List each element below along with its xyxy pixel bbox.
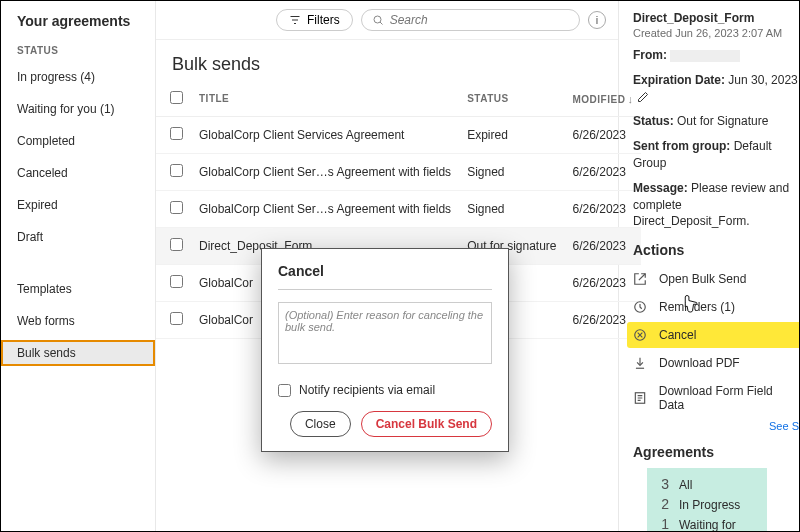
agreement-label: In Progress [679, 498, 740, 512]
row-checkbox[interactable] [170, 127, 183, 140]
action-download-pdf[interactable]: Download PDF [627, 350, 799, 376]
sidebar-filter-2[interactable]: Completed [1, 128, 155, 154]
agreement-summary-row[interactable]: 2In Progress [655, 494, 759, 514]
sidebar-filter-4[interactable]: Expired [1, 192, 155, 218]
agreement-summary-row[interactable]: 1Waiting for You [655, 514, 759, 531]
download-form-data-icon [633, 391, 649, 405]
agreement-label: Waiting for You [679, 518, 759, 531]
table-row[interactable]: GlobalCorp Client Ser…s Agreement with f… [156, 191, 641, 228]
agreement-count: 1 [655, 516, 669, 531]
info-icon[interactable]: i [588, 11, 606, 29]
agreement-label: All [679, 478, 692, 492]
see-more-link[interactable]: See S [633, 420, 799, 432]
notify-checkbox[interactable] [278, 384, 291, 397]
edit-expiration-icon[interactable] [637, 91, 649, 103]
row-checkbox[interactable] [170, 275, 183, 288]
sidebar-view-templates[interactable]: Templates [1, 276, 155, 302]
dialog-title: Cancel [278, 263, 492, 279]
row-title: GlobalCorp Client Ser…s Agreement with f… [191, 191, 459, 228]
action-label: Reminders (1) [659, 300, 735, 314]
row-checkbox[interactable] [170, 164, 183, 177]
sidebar: Your agreements STATUS In progress (4)Wa… [1, 1, 156, 531]
close-button[interactable]: Close [290, 411, 351, 437]
panel-status: Status: Out for Signature [633, 113, 799, 130]
actions-heading: Actions [633, 242, 799, 258]
action-label: Download PDF [659, 356, 740, 370]
action-open-bulk-send[interactable]: Open Bulk Send [627, 266, 799, 292]
panel-created: Created Jun 26, 2023 2:07 AM [633, 27, 799, 39]
filters-button[interactable]: Filters [276, 9, 353, 31]
download-pdf-icon [633, 356, 649, 370]
topbar: Filters i [156, 1, 618, 40]
panel-message: Message: Please review and complete Dire… [633, 180, 799, 230]
content-heading: Bulk sends [156, 40, 618, 81]
sidebar-filter-0[interactable]: In progress (4) [1, 64, 155, 90]
row-title: GlobalCorp Client Ser…s Agreement with f… [191, 154, 459, 191]
sidebar-view-web-forms[interactable]: Web forms [1, 308, 155, 334]
action-label: Cancel [659, 328, 696, 342]
select-all-checkbox[interactable] [170, 91, 183, 104]
row-title: GlobalCorp Client Services Agreement [191, 117, 459, 154]
action-download-form-data[interactable]: Download Form Field Data [627, 378, 799, 418]
row-checkbox[interactable] [170, 312, 183, 325]
agreements-heading: Agreements [633, 444, 799, 460]
filter-icon [289, 14, 301, 26]
filters-label: Filters [307, 13, 340, 27]
search-input[interactable] [390, 13, 569, 27]
cancel-icon [633, 328, 649, 342]
page-title: Your agreements [1, 13, 155, 39]
table-row[interactable]: GlobalCorp Client Ser…s Agreement with f… [156, 154, 641, 191]
panel-group: Sent from group: Default Group [633, 138, 799, 172]
row-status: Signed [459, 154, 564, 191]
col-status[interactable]: STATUS [459, 81, 564, 117]
row-checkbox[interactable] [170, 238, 183, 251]
from-redacted [670, 50, 740, 62]
agreements-summary: 3All2In Progress1Waiting for You [647, 468, 767, 531]
action-label: Download Form Field Data [659, 384, 799, 412]
open-bulk-send-icon [633, 272, 649, 286]
agreement-summary-row[interactable]: 3All [655, 474, 759, 494]
row-status: Expired [459, 117, 564, 154]
sidebar-filter-5[interactable]: Draft [1, 224, 155, 250]
sidebar-view-bulk-sends[interactable]: Bulk sends [1, 340, 155, 366]
table-row[interactable]: GlobalCorp Client Services AgreementExpi… [156, 117, 641, 154]
row-checkbox[interactable] [170, 201, 183, 214]
search-box[interactable] [361, 9, 580, 31]
panel-from: From: [633, 47, 799, 64]
cancel-dialog: Cancel Notify recipients via email Close… [261, 248, 509, 452]
notify-label: Notify recipients via email [299, 383, 435, 397]
action-label: Open Bulk Send [659, 272, 746, 286]
col-title[interactable]: TITLE [191, 81, 459, 117]
sidebar-filter-1[interactable]: Waiting for you (1) [1, 96, 155, 122]
svg-point-0 [374, 16, 381, 23]
cancel-bulk-send-button[interactable]: Cancel Bulk Send [361, 411, 492, 437]
sidebar-filter-3[interactable]: Canceled [1, 160, 155, 186]
panel-title: Direct_Deposit_Form [633, 11, 799, 25]
row-status: Signed [459, 191, 564, 228]
notify-recipients-row[interactable]: Notify recipients via email [278, 383, 492, 397]
agreement-count: 2 [655, 496, 669, 512]
reminders-icon [633, 300, 649, 314]
action-cancel[interactable]: Cancel [627, 322, 799, 348]
status-heading: STATUS [1, 39, 155, 64]
agreement-count: 3 [655, 476, 669, 492]
search-icon [372, 14, 384, 26]
cancel-reason-textarea[interactable] [278, 302, 492, 364]
details-panel: Direct_Deposit_Form Created Jun 26, 2023… [619, 1, 799, 531]
action-reminders[interactable]: Reminders (1) [627, 294, 799, 320]
panel-expiration: Expiration Date: Jun 30, 2023 [633, 72, 799, 106]
